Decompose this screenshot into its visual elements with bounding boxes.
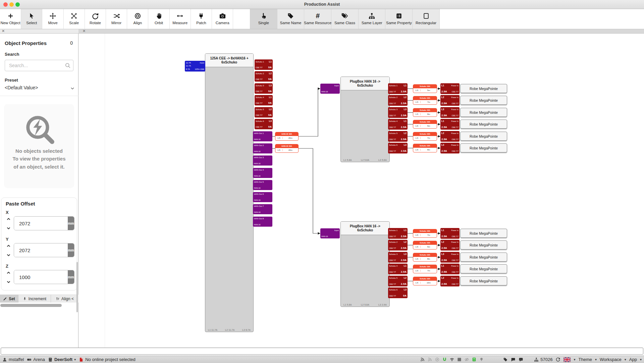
han-out-node[interactable]: HAN-Out 5 HAN-16 (253, 180, 272, 190)
menu-workspace[interactable]: Workspace (600, 357, 622, 362)
fixture-robe-megapointe[interactable]: Robe MegaPointe (460, 240, 507, 249)
compass-icon[interactable] (435, 357, 439, 362)
power-in-node[interactable]: L1Power In 2.9ACEE 7/7 (440, 228, 460, 239)
chat-icon[interactable] (519, 357, 523, 362)
cee-out-node[interactable]: Schuko 4L1 CEE 7/72.9A (388, 264, 408, 274)
power-in-node[interactable]: L2Power In 2.9ACEE 7/7 (440, 95, 460, 106)
cee-out-node[interactable]: Schuko 5L2 CEE 7/72.9A (388, 131, 408, 142)
tool-select[interactable]: Select (21, 9, 42, 29)
fixture-robe-megapointe[interactable]: Robe MegaPointe (460, 253, 507, 262)
han-out-node[interactable]: HAN-Out 2 HAN-16 (253, 143, 272, 153)
tool-camera[interactable]: Camera (212, 9, 233, 29)
eye-off-icon[interactable] (465, 357, 469, 362)
han-cable-node[interactable]: HAN-16 16A 1.5 20m (275, 132, 299, 141)
horizontal-scrollbar[interactable] (0, 304, 62, 307)
schuko-cable-node[interactable]: Schuko 16A 1.5 8m (413, 108, 437, 117)
power-in-node[interactable]: L1Power In 2.9ACEE 7/7 (440, 119, 460, 130)
x-increment-button[interactable] (6, 217, 11, 221)
han-out-node[interactable]: HAN-Out 1 HAN-16 (253, 131, 272, 141)
schuko-out-node[interactable]: Schuko 2L2 CEE 7/70A (255, 71, 273, 82)
cee-out-node[interactable]: Schuko 5L2 CEE 7/72.9A (388, 276, 408, 286)
han-out-node[interactable]: HAN-Out 6 HAN-16 (253, 192, 272, 202)
power-in-node[interactable]: L1Power In 2.9ACEE 7/7 (440, 83, 460, 94)
schuko-cable-node[interactable]: Schuko 16A 1.5 8m (413, 144, 437, 152)
comment-icon[interactable] (511, 357, 516, 362)
tool-rotate[interactable]: Rotate (85, 9, 106, 29)
bulb-icon[interactable] (479, 357, 484, 362)
power-in-node[interactable]: L2Power In 2.9ACEE 7/7 (440, 131, 460, 142)
plugbox-1[interactable]: PlugBox HAN 16 ->6xSchuko L1 5.8AL2 5.8A… (340, 77, 390, 162)
han-out-node[interactable]: HAN-Out 8 HAN-16 (253, 217, 272, 227)
filter-same-resource[interactable]: # Same Resource (304, 9, 331, 29)
increment-button[interactable]: Increment (18, 295, 51, 303)
x-offset-field[interactable] (14, 217, 68, 230)
align-button[interactable]: Align < (51, 295, 78, 303)
cee-out-node[interactable]: Schuko 6L3 CEE 7/70A (388, 287, 408, 298)
tool-orbit[interactable]: Orbit (148, 9, 169, 29)
cee-out-node[interactable]: Schuko 3L3 CEE 7/72.9A (388, 252, 408, 263)
tool-measure[interactable]: Measure (170, 9, 191, 29)
tool-move[interactable]: Move (42, 9, 63, 29)
calculator-icon[interactable] (472, 357, 476, 362)
z-increment-button[interactable] (6, 271, 11, 275)
z-decrement-button[interactable] (6, 280, 11, 284)
filter-same-name[interactable]: Same Name (277, 9, 305, 29)
han-out-node[interactable]: HAN-Out 3 HAN-16 (253, 155, 272, 166)
feed-icon[interactable] (420, 357, 425, 362)
power-in-node[interactable]: L3Power In 2.9ACEE 7/7 (440, 107, 460, 118)
set-button[interactable]: Set (0, 295, 18, 303)
cee-out-node[interactable]: Schuko 4L1 CEE 7/72.9A (388, 119, 408, 130)
grid-icon[interactable] (457, 357, 462, 362)
distro-input-node[interactable]: 11.7AInput 11.7A 8.7A125A-CEE (185, 61, 205, 72)
fixture-robe-megapointe[interactable]: Robe MegaPointe (460, 96, 507, 105)
close-panel-icon[interactable]: ✕ (2, 29, 5, 33)
tool-mirror[interactable]: Mirror (106, 9, 127, 29)
han-out-node[interactable]: HAN-Out 4 HAN-16 (253, 168, 272, 178)
search-input[interactable] (5, 60, 73, 71)
filter-same-class[interactable]: Same Class (331, 9, 359, 29)
menu-app[interactable]: App (629, 357, 637, 362)
power-in-node[interactable]: L1Power In 2.9ACEE 7/7 (440, 264, 460, 274)
fixture-robe-megapointe[interactable]: Robe MegaPointe (460, 108, 507, 117)
schuko-out-node[interactable]: Schuko 3L3 CEE 7/70A (255, 83, 273, 94)
schuko-cable-node[interactable]: Schuko 16A 1.5 7m (413, 265, 437, 273)
tool-patch[interactable]: Patch (191, 9, 212, 29)
schuko-cable-node[interactable]: Schuko 16A 1.5 10m (413, 277, 437, 285)
schuko-out-node[interactable]: Schuko 1L1 CEE 7/70A (255, 59, 273, 70)
schuko-cable-node[interactable]: Schuko 16A 1.5 7m (413, 229, 437, 238)
fixture-robe-megapointe[interactable]: Robe MegaPointe (460, 276, 507, 285)
fixture-robe-megapointe[interactable]: Robe MegaPointe (460, 264, 507, 273)
plugbox-2[interactable]: PlugBox HAN 16 ->6xSchuko L1 5.8AL2 5.8A… (340, 221, 390, 307)
schuko-cable-node[interactable]: Schuko 16A 1.5 7m (413, 96, 437, 105)
status-arena[interactable]: Arena (27, 357, 45, 362)
tool-scale[interactable]: Scale (64, 9, 85, 29)
y-offset-field[interactable] (14, 243, 68, 257)
schuko-cable-node[interactable]: Schuko 16A 1.5 5m (413, 120, 437, 129)
patch-diagram-canvas[interactable]: 125A CEE -> 8xHAN16 +6xSchuko L1 11.7AL2… (0, 0, 644, 363)
cee-out-node[interactable]: Schuko 2L2 CEE 7/72.9A (388, 95, 408, 106)
cee-out-node[interactable]: Schuko 1L1 CEE 7/72.9A (388, 228, 408, 239)
schuko-cable-node[interactable]: Schuko 16A 1.5 7m (413, 132, 437, 141)
filter-same-property[interactable]: Same Property (386, 9, 413, 29)
plugbox-input-node[interactable]: Input HAN-16 (320, 228, 340, 238)
han-cable-node[interactable]: HAN-16 16A 1.5 20m (275, 144, 299, 153)
uk-flag-icon[interactable] (564, 357, 571, 362)
schuko-out-node[interactable]: Schuko 4L1 CEE 7/70A (255, 95, 273, 105)
cee-out-node[interactable]: Schuko 6L3 CEE 7/72.9A (388, 143, 408, 153)
schuko-out-node[interactable]: Schuko 5L2 CEE 7/70A (255, 107, 273, 118)
command-input[interactable] (1, 348, 643, 355)
preset-select[interactable]: <Default Value> (5, 85, 38, 90)
vertical-scrollbar[interactable] (76, 262, 78, 312)
fixture-robe-megapointe[interactable]: Robe MegaPointe (460, 132, 507, 141)
fixture-robe-megapointe[interactable]: Robe MegaPointe (460, 143, 507, 152)
schuko-out-node[interactable]: Schuko 6L3 CEE 7/70A (255, 119, 273, 129)
menu-theme[interactable]: Theme (579, 357, 592, 362)
z-offset-field[interactable] (14, 270, 68, 284)
y-increment-button[interactable] (6, 244, 11, 248)
close-canvas-icon[interactable]: ✕ (83, 29, 86, 33)
tool-new-object[interactable]: New Object (0, 9, 21, 29)
main-distro-box[interactable]: 125A CEE -> 8xHAN16 +6xSchuko L1 11.7AL2… (205, 53, 254, 332)
cee-out-node[interactable]: Schuko 1L1 CEE 7/72.9A (388, 83, 408, 94)
status-deersoft[interactable]: DeerSoft▾ (48, 357, 76, 362)
power-in-node[interactable]: L2Power In 2.9ACEE 7/7 (440, 240, 460, 251)
